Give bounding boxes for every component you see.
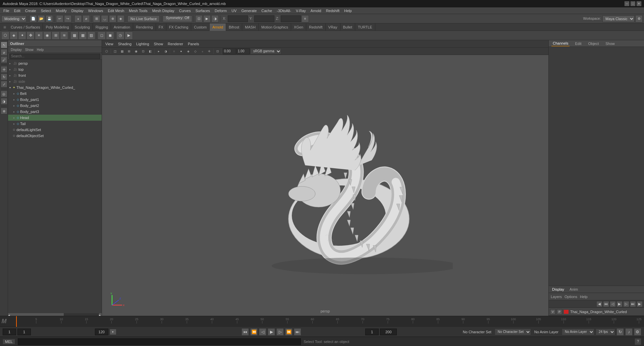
list-item[interactable]: ▸ 🎥 front [8,72,102,78]
mode-dropdown[interactable]: Modeling [1,15,26,22]
edit-tab[interactable]: Edit [574,41,583,46]
tool-icon-3[interactable]: ✦ [18,32,26,40]
menu-display[interactable]: Display [69,8,86,13]
prev-key-btn[interactable]: ◁ [259,328,266,336]
tool-icon-4[interactable]: ✤ [26,32,35,40]
step-back-btn[interactable]: ⏪ [250,328,258,336]
gamma-select[interactable]: sRGB gamma [250,48,281,54]
close-button[interactable]: ✕ [637,1,641,6]
settings-btn[interactable]: ⚙ [634,328,641,336]
skip-to-end-btn[interactable]: ⏭ [294,328,301,336]
tool-icon-1[interactable]: ⬡ [1,32,9,40]
channels-tab[interactable]: Channels [551,41,570,46]
menu-redshift[interactable]: Redshift [324,8,341,13]
show-tab[interactable]: Show [604,41,616,46]
object-tab[interactable]: Object [587,41,600,46]
current-frame-field[interactable] [17,329,31,335]
vp-icon-12[interactable]: ◈ [185,48,192,54]
paint-tool[interactable]: 🖊 [1,56,7,63]
list-item[interactable]: ▸ ◇ Body_part2 [8,103,102,109]
layer-visibility-btn[interactable]: V [550,309,555,314]
menu-deform[interactable]: Deform [213,8,229,13]
scroll-thumb[interactable] [11,313,64,316]
tool-icon-6[interactable]: ◉ [43,32,51,40]
list-item[interactable]: ▸ ◇ Head [8,115,102,121]
menu-select[interactable]: Select [39,8,53,13]
tool-icon-11[interactable]: ▨ [87,32,95,40]
vp-icon-11[interactable]: ● [178,48,184,54]
rotate-tool[interactable]: ↻ [1,73,7,80]
display-tab[interactable]: Display [550,287,566,292]
minimize-button[interactable]: ─ [625,1,629,6]
vp-icon-3[interactable]: ▦ [119,48,125,54]
vp-icon-8[interactable]: ▸ [155,48,162,54]
vp-icon-2[interactable]: ◫ [112,48,118,54]
tool-icon-8[interactable]: ≋ [60,32,68,40]
vp-icon-4[interactable]: ⊞ [126,48,132,54]
vp-icon-13[interactable]: ◇ [192,48,199,54]
menu-curves[interactable]: Curves [177,8,193,13]
vp-icon-10[interactable]: ○ [171,48,177,54]
tab-bifrost[interactable]: Bifrost [226,23,242,31]
layer-first-btn[interactable]: ⏮ [603,301,609,307]
viewport-canvas[interactable]: persp X Y Z [102,55,548,316]
viewport-renderer-menu[interactable]: Renderer [166,41,185,47]
tab-fx-caching[interactable]: FX Caching [166,23,191,31]
audio-btn[interactable]: ♪ [625,328,633,336]
lasso-tool[interactable]: ⌀ [1,49,7,56]
end-frame-field[interactable] [95,329,108,335]
tool-icon-2[interactable]: ◈ [10,32,18,40]
menu-arnold[interactable]: Arnold [309,8,323,13]
snap-tool[interactable]: ⊕ [1,108,7,114]
vp-icon-14[interactable]: ⬦ [199,48,206,54]
move-tool[interactable]: ✛ [1,66,7,73]
anim-tab[interactable]: Anim [568,287,580,292]
anim-layer-dropdown[interactable]: No Anim Layer [562,329,594,335]
tab-animation[interactable]: Animation [111,23,133,31]
tab-vray[interactable]: VRay [326,23,340,31]
new-file-btn[interactable]: 📄 [30,15,37,22]
show-hide-tool[interactable]: ◑ [1,98,7,105]
menu-windows[interactable]: Windows [86,8,105,13]
snap-surface-btn[interactable]: ◈ [117,15,124,22]
list-item[interactable]: ⊙ defaultLightSet [8,127,102,133]
ipr-render-btn[interactable]: ◑ [211,15,219,22]
frame-range-btn[interactable]: ▾ [110,329,116,335]
snap-point-btn[interactable]: ⊕ [109,15,116,22]
menu-cache[interactable]: Cache [259,8,274,13]
viewport-lighting-menu[interactable]: Lighting [134,41,151,47]
viewport-view-menu[interactable]: View [103,41,115,47]
tab-bullet[interactable]: Bullet [340,23,356,31]
menu-edit-mesh[interactable]: Edit Mesh [106,8,126,13]
layers-tab[interactable]: Layers [551,295,562,299]
list-item[interactable]: ▸ 🎥 persp [8,60,102,66]
tab-xgen[interactable]: XGen [291,23,306,31]
layer-color-swatch[interactable] [564,309,569,314]
fps-dropdown[interactable]: 24 fps [596,329,615,335]
vp-icon-16[interactable]: ⊡ [214,48,221,54]
tabs-hamburger[interactable]: ≡ [1,23,8,31]
menu-mesh-display[interactable]: Mesh Display [150,8,176,13]
undo-btn[interactable]: ↩ [56,15,63,22]
layer-forward-btn[interactable]: ▷ [623,301,629,307]
tab-fx[interactable]: FX [156,23,166,31]
tab-motion-graphics[interactable]: Motion Graphics [259,23,291,31]
tab-curves-surfaces[interactable]: Curves / Surfaces [8,23,43,31]
scroll-left-btn[interactable]: ◂ [8,313,11,316]
search-input[interactable] [9,54,100,59]
outliner-show[interactable]: Show [24,48,35,52]
timeline-ruler[interactable]: 1510152025303540455055606570758085909510… [16,316,644,327]
menu-create[interactable]: Create [23,8,38,13]
tab-arnold[interactable]: Arnold [210,23,226,31]
menu-uv[interactable]: UV [229,8,238,13]
list-item[interactable]: ▸ ◇ Belt [8,91,102,97]
select-tool[interactable]: ↖ [1,42,7,48]
list-item[interactable]: ▸ 🎥 top [8,66,102,72]
save-file-btn[interactable]: 💾 [46,15,53,22]
play-btn[interactable]: ▶ [268,328,275,336]
list-item[interactable]: ▸ 🎥 side [8,78,102,84]
tab-mash[interactable]: MASH [242,23,259,31]
end-range-field[interactable] [380,329,397,335]
scroll-right-btn[interactable]: ▸ [99,313,102,316]
symmetry-button[interactable]: Symmetry: Off [163,15,192,22]
